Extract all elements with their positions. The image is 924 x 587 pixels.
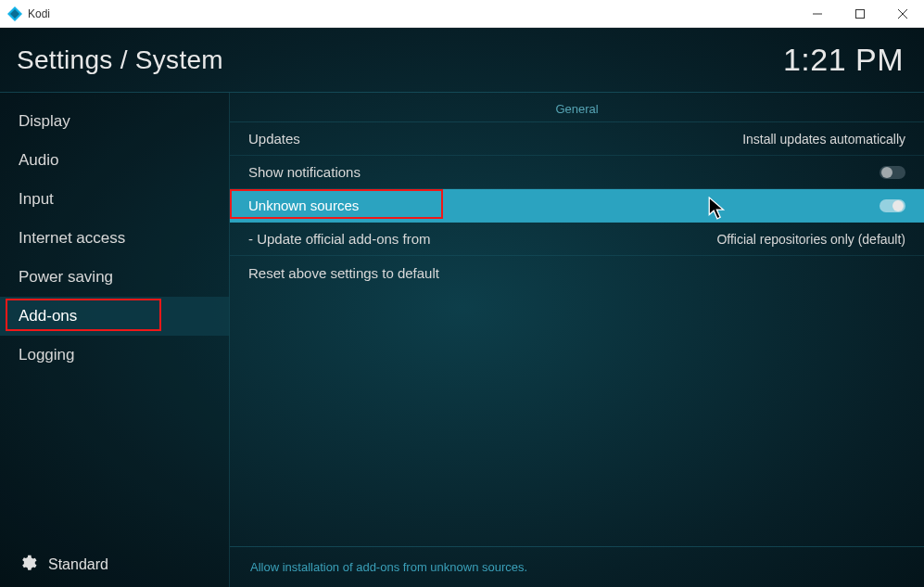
- main-panel: General UpdatesInstall updates automatic…: [230, 93, 924, 587]
- maximize-button[interactable]: [839, 0, 881, 28]
- sidebar-item-internet-access[interactable]: Internet access: [0, 219, 229, 258]
- setting-label: - Update official add-ons from: [248, 231, 431, 247]
- setting-row-updates[interactable]: UpdatesInstall updates automatically: [230, 122, 924, 156]
- toggle-knob: [892, 200, 904, 211]
- sidebar-item-label: Add-ons: [19, 307, 77, 325]
- window-controls: [796, 0, 924, 28]
- settings-level-label: Standard: [48, 556, 108, 573]
- setting-value: Install updates automatically: [742, 132, 905, 147]
- setting-label: Unknown sources: [248, 198, 359, 213]
- gear-icon: [19, 554, 37, 576]
- sidebar-item-audio[interactable]: Audio: [0, 141, 229, 180]
- sidebar-item-label: Logging: [19, 346, 75, 364]
- app-root: Settings / System 1:21 PM DisplayAudioIn…: [0, 28, 924, 587]
- settings-rows: UpdatesInstall updates automaticallyShow…: [230, 122, 924, 289]
- setting-label: Reset above settings to default: [248, 265, 439, 281]
- clock: 1:21 PM: [783, 42, 904, 78]
- sidebar-items: DisplayAudioInputInternet accessPower sa…: [0, 93, 229, 375]
- setting-row-unknown-sources[interactable]: Unknown sources: [230, 189, 924, 223]
- window-title: Kodi: [28, 7, 50, 20]
- sidebar-item-label: Internet access: [19, 229, 125, 248]
- close-button[interactable]: [881, 0, 924, 28]
- toggle-switch[interactable]: [880, 199, 905, 212]
- sidebar-item-display[interactable]: Display: [0, 102, 229, 141]
- help-text: Allow installation of add-ons from unkno…: [230, 546, 924, 587]
- sidebar: DisplayAudioInputInternet accessPower sa…: [0, 93, 230, 587]
- settings-level-button[interactable]: Standard: [0, 542, 229, 587]
- setting-row-update-official-add-ons-from[interactable]: - Update official add-ons fromOfficial r…: [230, 223, 924, 256]
- window-titlebar: Kodi: [0, 0, 924, 28]
- setting-row-show-notifications[interactable]: Show notifications: [230, 156, 924, 189]
- minimize-button[interactable]: [796, 0, 839, 28]
- setting-label: Show notifications: [248, 164, 361, 180]
- sidebar-item-label: Display: [19, 112, 70, 131]
- sidebar-item-input[interactable]: Input: [0, 180, 229, 219]
- sidebar-item-logging[interactable]: Logging: [0, 336, 229, 375]
- body: DisplayAudioInputInternet accessPower sa…: [0, 93, 924, 587]
- setting-value: Official repositories only (default): [716, 232, 905, 247]
- sidebar-item-add-ons[interactable]: Add-ons: [0, 297, 229, 336]
- sidebar-item-label: Input: [19, 190, 54, 209]
- toggle-knob: [881, 167, 892, 178]
- header: Settings / System 1:21 PM: [0, 28, 924, 93]
- toggle-switch[interactable]: [880, 166, 905, 179]
- breadcrumb: Settings / System: [17, 45, 223, 75]
- sidebar-item-power-saving[interactable]: Power saving: [0, 258, 229, 297]
- sidebar-item-label: Power saving: [19, 268, 113, 287]
- setting-label: Updates: [248, 131, 300, 147]
- svg-rect-0: [856, 10, 865, 19]
- sidebar-item-label: Audio: [19, 151, 58, 170]
- setting-row-reset-above-settings-to-default[interactable]: Reset above settings to default: [230, 256, 924, 289]
- section-header: General: [230, 93, 924, 122]
- kodi-app-icon: [7, 6, 22, 21]
